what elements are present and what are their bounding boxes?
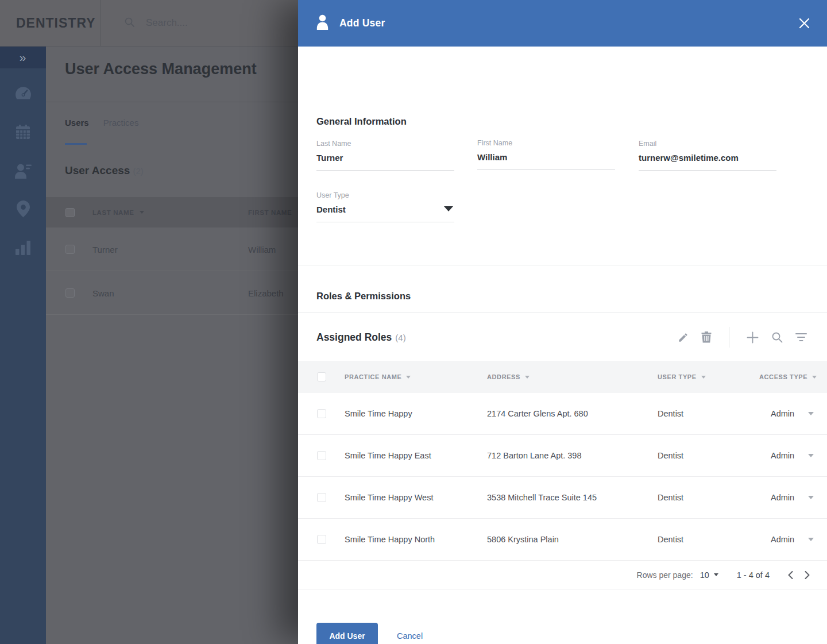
select-all-checkbox[interactable] <box>65 208 75 217</box>
global-search[interactable]: Search.... <box>124 17 188 30</box>
address-cell: 2174 Carter Glens Apt. 680 <box>487 409 588 418</box>
assigned-roles-title: Assigned Roles <box>316 331 392 344</box>
email-field[interactable]: Email turnerw@smiletime.com <box>639 140 776 171</box>
sort-access-type[interactable]: ACCESS TYPE <box>759 373 817 380</box>
cancel-button[interactable]: Cancel <box>397 631 423 641</box>
field-value: William <box>477 152 615 162</box>
modal-footer: Add User Cancel <box>316 623 423 644</box>
previous-page-icon[interactable] <box>788 571 793 579</box>
row-checkbox[interactable] <box>317 409 326 418</box>
select-all-checkbox[interactable] <box>317 372 326 381</box>
add-user-button[interactable]: Add User <box>316 623 378 644</box>
field-label: Last Name <box>316 140 454 148</box>
tab-practices[interactable]: Practices <box>103 118 139 128</box>
modal-body: General Information Last Name Turner Fir… <box>298 47 827 644</box>
first-name-field[interactable]: First Name William <box>477 139 615 170</box>
sort-address[interactable]: ADDRESS <box>487 373 530 380</box>
active-tab-underline <box>65 143 87 145</box>
column-label: PRACTICE NAME <box>345 373 401 380</box>
user-type-cell: Dentist <box>658 535 683 544</box>
column-label: LAST NAME <box>92 209 134 216</box>
next-page-icon[interactable] <box>805 571 810 579</box>
users-icon <box>13 163 33 181</box>
table-row: Smile Time Happy West 3538 Mitchell Trac… <box>298 477 827 519</box>
sort-practice-name[interactable]: PRACTICE NAME <box>345 373 411 380</box>
sort-caret-icon <box>140 211 144 214</box>
rows-per-page-select[interactable]: 10 <box>700 570 718 580</box>
modal-title: Add User <box>339 17 385 29</box>
divider <box>298 312 827 313</box>
modal-header: Add User <box>298 0 827 47</box>
add-plus-icon[interactable] <box>747 331 759 344</box>
close-icon[interactable] <box>799 18 810 29</box>
search-icon[interactable] <box>771 331 783 343</box>
pagination-range: 1 - 4 of 4 <box>737 570 770 580</box>
column-label: ACCESS TYPE <box>759 373 807 380</box>
assigned-roles-count: (4) <box>395 333 405 342</box>
section-heading: User Access(2) <box>65 164 144 177</box>
last-name-field[interactable]: Last Name Turner <box>316 140 454 171</box>
delete-trash-icon[interactable] <box>701 331 712 343</box>
assigned-roles-header: Assigned Roles (4) <box>316 327 807 348</box>
sort-caret-icon <box>406 376 411 379</box>
rows-per-page-value: 10 <box>700 570 709 580</box>
sidebar-nav <box>0 68 46 268</box>
practice-name-cell: Smile Time Happy East <box>345 451 431 460</box>
screen: DENTISTRY Search.... » <box>0 0 827 644</box>
column-label: FIRST NAME <box>248 209 292 216</box>
user-type-cell: Dentist <box>658 451 683 460</box>
pagination-nav <box>788 571 810 579</box>
brand-box: DENTISTRY <box>0 0 101 46</box>
dropdown-caret-icon <box>714 573 718 576</box>
last-name-cell: Swan <box>92 288 114 298</box>
user-icon <box>315 14 330 32</box>
edit-pencil-icon[interactable] <box>678 332 689 343</box>
pagination-bar: Rows per page: 10 1 - 4 of 4 <box>298 561 827 589</box>
sort-caret-icon <box>525 376 530 379</box>
tab-users[interactable]: Users <box>65 118 89 128</box>
sort-first-name[interactable]: FIRST NAME <box>248 209 302 216</box>
tab-bar: Users Practices <box>65 118 138 128</box>
assigned-roles-table: PRACTICE NAME ADDRESS USER TYPE ACCESS T… <box>298 361 827 589</box>
general-information-heading: General Information <box>316 116 407 127</box>
practice-name-cell: Smile Time Happy North <box>345 535 435 544</box>
dropdown-caret-icon <box>444 206 453 211</box>
table-header-row: PRACTICE NAME ADDRESS USER TYPE ACCESS T… <box>298 361 827 393</box>
access-type-select[interactable]: Admin <box>771 409 814 418</box>
sidebar-item-dashboard[interactable] <box>0 75 46 114</box>
row-checkbox[interactable] <box>317 451 326 460</box>
rows-per-page-label: Rows per page: <box>637 570 693 580</box>
first-name-cell: Elizabeth <box>248 288 284 298</box>
table-row: Smile Time Happy 2174 Carter Glens Apt. … <box>298 393 827 435</box>
dropdown-caret-icon <box>808 412 814 415</box>
sidebar-item-reports[interactable] <box>0 229 46 268</box>
sort-user-type[interactable]: USER TYPE <box>658 373 706 380</box>
section-count: (2) <box>133 166 143 176</box>
row-checkbox[interactable] <box>65 288 75 298</box>
user-type-select[interactable]: User Type Dentist <box>316 191 454 222</box>
access-type-select[interactable]: Admin <box>771 451 814 460</box>
sidebar-item-calendar[interactable] <box>0 114 46 152</box>
page-title: User Access Management <box>65 60 257 78</box>
row-checkbox[interactable] <box>317 535 326 544</box>
roles-toolbar <box>678 327 807 348</box>
access-type-select[interactable]: Admin <box>771 493 814 502</box>
sort-last-name[interactable]: LAST NAME <box>92 209 144 216</box>
access-type-select[interactable]: Admin <box>771 535 814 544</box>
sidebar-item-users[interactable] <box>0 152 46 191</box>
filter-icon[interactable] <box>795 333 807 342</box>
location-pin-icon <box>16 200 30 220</box>
row-checkbox[interactable] <box>317 493 326 502</box>
sidebar: » <box>0 47 46 644</box>
address-cell: 5806 Krystina Plain <box>487 535 559 544</box>
row-checkbox[interactable] <box>65 245 75 254</box>
search-icon <box>124 17 135 30</box>
sidebar-expand-button[interactable]: » <box>0 47 46 68</box>
user-type-cell: Dentist <box>658 409 683 418</box>
access-type-value: Admin <box>771 409 794 418</box>
sidebar-item-locations[interactable] <box>0 191 46 229</box>
roles-permissions-heading: Roles & Permissions <box>316 291 411 302</box>
first-name-cell: William <box>248 244 276 254</box>
field-label: Email <box>639 140 776 148</box>
app-logo: DENTISTRY <box>16 16 96 31</box>
